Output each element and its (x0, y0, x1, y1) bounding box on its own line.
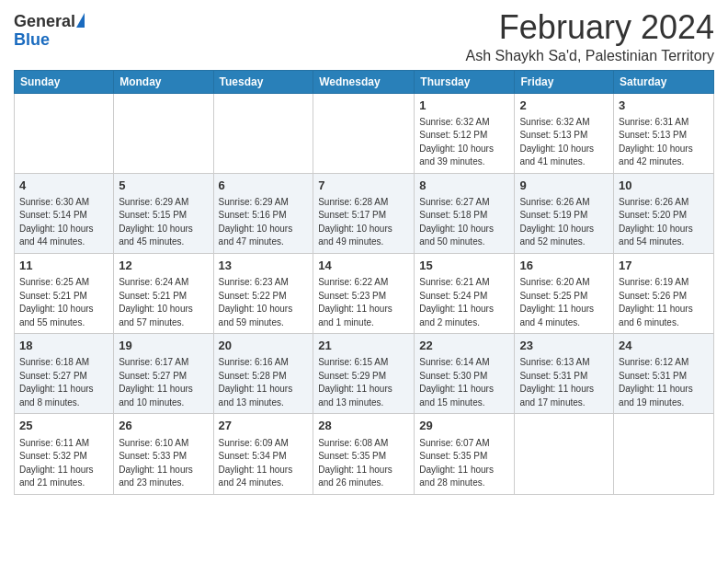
calendar-cell: 29Sunrise: 6:07 AM Sunset: 5:35 PM Dayli… (415, 414, 515, 494)
calendar-cell: 11Sunrise: 6:25 AM Sunset: 5:21 PM Dayli… (15, 253, 114, 333)
calendar-week-row: 18Sunrise: 6:18 AM Sunset: 5:27 PM Dayli… (15, 334, 714, 414)
day-number: 5 (119, 178, 208, 194)
calendar-cell: 16Sunrise: 6:20 AM Sunset: 5:25 PM Dayli… (515, 253, 614, 333)
day-info: Sunrise: 6:12 AM Sunset: 5:31 PM Dayligh… (619, 356, 709, 409)
calendar-cell: 25Sunrise: 6:11 AM Sunset: 5:32 PM Dayli… (15, 414, 114, 494)
calendar-cell: 5Sunrise: 6:29 AM Sunset: 5:15 PM Daylig… (114, 173, 213, 253)
column-header-friday: Friday (515, 70, 614, 93)
day-info: Sunrise: 6:14 AM Sunset: 5:30 PM Dayligh… (419, 356, 509, 409)
day-number: 20 (219, 338, 309, 354)
logo-general: General (14, 13, 75, 31)
day-info: Sunrise: 6:28 AM Sunset: 5:17 PM Dayligh… (318, 196, 409, 249)
day-info: Sunrise: 6:22 AM Sunset: 5:23 PM Dayligh… (318, 276, 409, 329)
day-info: Sunrise: 6:21 AM Sunset: 5:24 PM Dayligh… (419, 276, 509, 329)
day-number: 3 (619, 98, 709, 114)
day-number: 25 (19, 418, 108, 434)
day-number: 28 (318, 418, 409, 434)
column-header-sunday: Sunday (15, 70, 114, 93)
day-info: Sunrise: 6:15 AM Sunset: 5:29 PM Dayligh… (318, 356, 409, 409)
calendar-cell: 1Sunrise: 6:32 AM Sunset: 5:12 PM Daylig… (415, 93, 515, 173)
day-info: Sunrise: 6:07 AM Sunset: 5:35 PM Dayligh… (419, 437, 509, 490)
page-header: General Blue February 2024 Ash Shaykh Sa… (14, 9, 714, 64)
column-header-saturday: Saturday (614, 70, 714, 93)
day-number: 27 (219, 418, 309, 434)
calendar-week-row: 1Sunrise: 6:32 AM Sunset: 5:12 PM Daylig… (15, 93, 714, 173)
day-info: Sunrise: 6:18 AM Sunset: 5:27 PM Dayligh… (19, 356, 108, 409)
day-number: 19 (119, 338, 208, 354)
calendar-cell: 9Sunrise: 6:26 AM Sunset: 5:19 PM Daylig… (515, 173, 614, 253)
day-number: 8 (419, 178, 509, 194)
calendar-cell: 14Sunrise: 6:22 AM Sunset: 5:23 PM Dayli… (313, 253, 415, 333)
day-number: 18 (19, 338, 108, 354)
calendar-cell: 20Sunrise: 6:16 AM Sunset: 5:28 PM Dayli… (213, 334, 313, 414)
calendar-cell: 12Sunrise: 6:24 AM Sunset: 5:21 PM Dayli… (114, 253, 213, 333)
calendar-cell (313, 93, 415, 173)
day-info: Sunrise: 6:26 AM Sunset: 5:19 PM Dayligh… (519, 196, 609, 249)
day-info: Sunrise: 6:29 AM Sunset: 5:15 PM Dayligh… (119, 196, 208, 249)
day-number: 10 (619, 178, 709, 194)
column-header-thursday: Thursday (415, 70, 515, 93)
day-info: Sunrise: 6:24 AM Sunset: 5:21 PM Dayligh… (119, 276, 208, 329)
calendar-cell: 23Sunrise: 6:13 AM Sunset: 5:31 PM Dayli… (515, 334, 614, 414)
day-info: Sunrise: 6:31 AM Sunset: 5:13 PM Dayligh… (619, 116, 709, 169)
day-info: Sunrise: 6:17 AM Sunset: 5:27 PM Dayligh… (119, 356, 208, 409)
day-number: 29 (419, 418, 509, 434)
day-number: 16 (519, 258, 609, 274)
logo-triangle-icon (76, 13, 85, 28)
day-number: 26 (119, 418, 208, 434)
day-info: Sunrise: 6:08 AM Sunset: 5:35 PM Dayligh… (318, 437, 409, 490)
day-number: 1 (419, 98, 509, 114)
month-title: February 2024 (466, 9, 714, 46)
day-number: 2 (519, 98, 609, 114)
calendar-cell (114, 93, 213, 173)
column-header-monday: Monday (114, 70, 213, 93)
calendar-cell (213, 93, 313, 173)
calendar-cell (515, 414, 614, 494)
day-info: Sunrise: 6:32 AM Sunset: 5:13 PM Dayligh… (519, 116, 609, 169)
calendar-header-row: SundayMondayTuesdayWednesdayThursdayFrid… (15, 70, 714, 93)
day-info: Sunrise: 6:19 AM Sunset: 5:26 PM Dayligh… (619, 276, 709, 329)
day-info: Sunrise: 6:30 AM Sunset: 5:14 PM Dayligh… (19, 196, 108, 249)
day-number: 15 (419, 258, 509, 274)
calendar-cell: 2Sunrise: 6:32 AM Sunset: 5:13 PM Daylig… (515, 93, 614, 173)
day-number: 21 (318, 338, 409, 354)
day-number: 23 (519, 338, 609, 354)
day-info: Sunrise: 6:29 AM Sunset: 5:16 PM Dayligh… (219, 196, 309, 249)
calendar-cell: 10Sunrise: 6:26 AM Sunset: 5:20 PM Dayli… (614, 173, 714, 253)
calendar-week-row: 4Sunrise: 6:30 AM Sunset: 5:14 PM Daylig… (15, 173, 714, 253)
day-number: 12 (119, 258, 208, 274)
calendar-cell (15, 93, 114, 173)
day-number: 13 (219, 258, 309, 274)
calendar-cell: 18Sunrise: 6:18 AM Sunset: 5:27 PM Dayli… (15, 334, 114, 414)
calendar-table: SundayMondayTuesdayWednesdayThursdayFrid… (14, 70, 714, 495)
day-info: Sunrise: 6:32 AM Sunset: 5:12 PM Dayligh… (419, 116, 509, 169)
location-subtitle: Ash Shaykh Sa'd, Palestinian Territory (466, 48, 714, 64)
column-header-tuesday: Tuesday (213, 70, 313, 93)
column-header-wednesday: Wednesday (313, 70, 415, 93)
calendar-cell: 17Sunrise: 6:19 AM Sunset: 5:26 PM Dayli… (614, 253, 714, 333)
calendar-cell: 7Sunrise: 6:28 AM Sunset: 5:17 PM Daylig… (313, 173, 415, 253)
calendar-cell: 21Sunrise: 6:15 AM Sunset: 5:29 PM Dayli… (313, 334, 415, 414)
day-number: 14 (318, 258, 409, 274)
calendar-cell: 22Sunrise: 6:14 AM Sunset: 5:30 PM Dayli… (415, 334, 515, 414)
calendar-cell: 24Sunrise: 6:12 AM Sunset: 5:31 PM Dayli… (614, 334, 714, 414)
calendar-cell: 28Sunrise: 6:08 AM Sunset: 5:35 PM Dayli… (313, 414, 415, 494)
calendar-cell: 19Sunrise: 6:17 AM Sunset: 5:27 PM Dayli… (114, 334, 213, 414)
day-info: Sunrise: 6:25 AM Sunset: 5:21 PM Dayligh… (19, 276, 108, 329)
calendar-week-row: 25Sunrise: 6:11 AM Sunset: 5:32 PM Dayli… (15, 414, 714, 494)
day-info: Sunrise: 6:16 AM Sunset: 5:28 PM Dayligh… (219, 356, 309, 409)
logo-blue: Blue (14, 31, 50, 50)
day-info: Sunrise: 6:11 AM Sunset: 5:32 PM Dayligh… (19, 437, 108, 490)
day-number: 6 (219, 178, 309, 194)
day-info: Sunrise: 6:23 AM Sunset: 5:22 PM Dayligh… (219, 276, 309, 329)
calendar-cell: 6Sunrise: 6:29 AM Sunset: 5:16 PM Daylig… (213, 173, 313, 253)
day-number: 22 (419, 338, 509, 354)
day-number: 17 (619, 258, 709, 274)
calendar-cell: 27Sunrise: 6:09 AM Sunset: 5:34 PM Dayli… (213, 414, 313, 494)
day-info: Sunrise: 6:27 AM Sunset: 5:18 PM Dayligh… (419, 196, 509, 249)
day-number: 11 (19, 258, 108, 274)
calendar-cell: 15Sunrise: 6:21 AM Sunset: 5:24 PM Dayli… (415, 253, 515, 333)
day-info: Sunrise: 6:13 AM Sunset: 5:31 PM Dayligh… (519, 356, 609, 409)
day-info: Sunrise: 6:09 AM Sunset: 5:34 PM Dayligh… (219, 437, 309, 490)
day-number: 4 (19, 178, 108, 194)
